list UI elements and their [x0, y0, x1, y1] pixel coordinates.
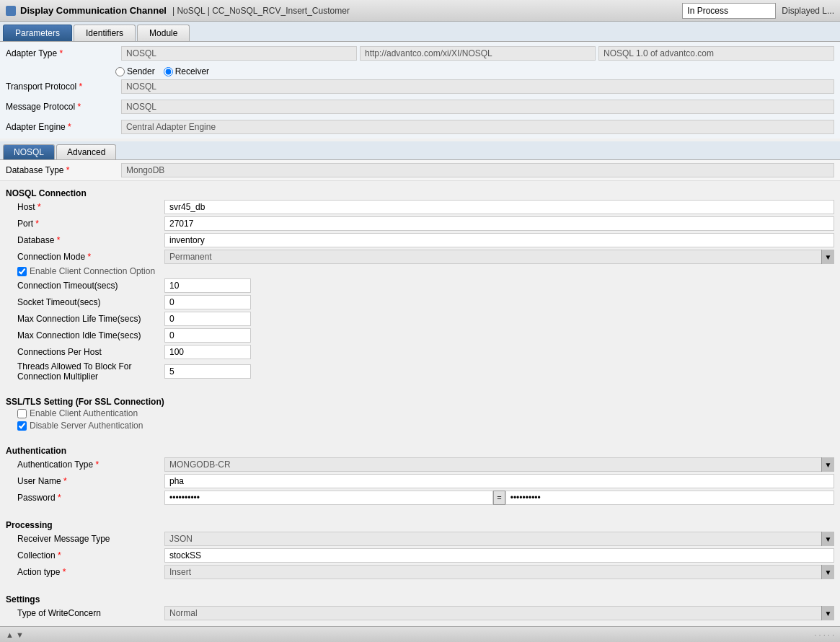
connections-per-host-row: Connections Per Host	[6, 345, 834, 359]
status-input[interactable]	[682, 3, 776, 19]
socket-timeout-label: Socket Timeout(secs)	[6, 297, 164, 307]
enable-client-connection-label: Enable Client Connection Option	[30, 266, 155, 276]
adapter-engine-label: Adapter Engine *	[6, 122, 121, 132]
write-concern-value: Normal	[164, 606, 834, 620]
bottom-bar-text: ▲ ▼	[6, 630, 24, 639]
spacer4	[6, 581, 834, 590]
action-type-arrow[interactable]: ▼	[821, 565, 834, 579]
nosql-content: NOSQL Connection Host * Port * Database …	[0, 181, 840, 642]
action-type-row: Action type * Insert ▼	[6, 565, 834, 579]
threads-allowed-label: Threads Allowed To Block For Connection …	[6, 361, 164, 382]
password-input[interactable]	[164, 491, 493, 505]
socket-timeout-row: Socket Timeout(secs)	[6, 295, 834, 309]
max-connection-life-row: Max Connection Life Time(secs)	[6, 312, 834, 326]
transport-protocol-label: Transport Protocol *	[6, 82, 121, 92]
nosql-connection-header: NOSQL Connection	[6, 184, 834, 200]
adapter-type-value1: NOSQL	[121, 46, 357, 61]
adapter-engine-row: Adapter Engine * Central Adapter Engine	[0, 118, 840, 138]
database-type-row: Database Type * MongoDB	[0, 160, 840, 181]
receiver-radio-item[interactable]: Receiver	[164, 66, 209, 76]
receiver-message-type-value: JSON	[164, 532, 834, 546]
channel-icon	[6, 6, 16, 16]
auth-type-label: Authentication Type *	[6, 459, 164, 470]
write-concern-arrow[interactable]: ▼	[821, 606, 834, 620]
receiver-radio[interactable]	[164, 67, 173, 76]
connection-mode-label: Connection Mode *	[6, 252, 164, 262]
eq-button[interactable]: =	[493, 491, 505, 505]
host-input[interactable]	[164, 200, 834, 214]
collection-row: Collection *	[6, 548, 834, 563]
tab-identifiers[interactable]: Identifiers	[74, 25, 136, 41]
collection-input[interactable]	[164, 548, 834, 563]
write-concern-label: Type of WriteConcern	[6, 608, 164, 618]
adapter-engine-value: Central Adapter Engine	[121, 120, 834, 134]
receiver-label: Receiver	[175, 66, 209, 76]
receiver-message-type-wrapper: JSON ▼	[164, 532, 834, 546]
database-label: Database *	[6, 235, 164, 245]
inner-tabs-bar: NOSQL Advanced	[0, 141, 840, 160]
threads-allowed-row: Threads Allowed To Block For Connection …	[6, 361, 834, 382]
header-channel-name: | NoSQL | CC_NoSQL_RCV_Insert_Customer	[172, 6, 350, 16]
connections-per-host-input[interactable]	[164, 345, 251, 359]
disable-server-auth-row: Disable Server Authentication	[6, 421, 834, 431]
nosql-content-area: NOSQL Connection Host * Port * Database …	[0, 181, 840, 642]
tab-module[interactable]: Module	[137, 25, 190, 41]
parameters-section: Adapter Type * NOSQL http://advantco.com…	[0, 42, 840, 138]
inner-tab-advanced[interactable]: Advanced	[56, 144, 116, 159]
spacer2	[6, 433, 834, 441]
tab-parameters[interactable]: Parameters	[3, 25, 72, 41]
displayed-label: Displayed L...	[782, 6, 834, 16]
max-connection-idle-row: Max Connection Idle Time(secs)	[6, 328, 834, 343]
connections-per-host-label: Connections Per Host	[6, 347, 164, 357]
header-bar: Display Communication Channel | NoSQL | …	[0, 0, 840, 22]
settings-header: Settings	[6, 590, 834, 606]
adapter-type-values: NOSQL http://advantco.com/xi/XI/NOSQL NO…	[121, 46, 834, 61]
page-title: Display Communication Channel	[20, 5, 167, 16]
username-input[interactable]	[164, 474, 834, 488]
message-protocol-value: NOSQL	[121, 100, 834, 114]
adapter-type-label: Adapter Type *	[6, 48, 121, 58]
connection-mode-value: Permanent	[164, 250, 834, 264]
spacer3	[6, 507, 834, 516]
host-label: Host *	[6, 202, 164, 212]
receiver-message-type-arrow[interactable]: ▼	[821, 532, 834, 546]
threads-allowed-input[interactable]	[164, 364, 251, 379]
adapter-type-row: Adapter Type * NOSQL http://advantco.com…	[0, 42, 840, 62]
bottom-bar-dots: · · · · ·	[814, 630, 834, 639]
connection-timeout-label: Connection Timeout(secs)	[6, 281, 164, 291]
connection-timeout-input[interactable]	[164, 278, 251, 293]
database-input[interactable]	[164, 233, 834, 247]
sender-radio-item[interactable]: Sender	[115, 66, 155, 76]
max-connection-idle-input[interactable]	[164, 328, 251, 343]
disable-server-auth-checkbox[interactable]	[17, 421, 27, 431]
bottom-bar: ▲ ▼ · · · · ·	[0, 626, 840, 642]
write-concern-wrapper: Normal ▼	[164, 606, 834, 620]
connection-mode-arrow[interactable]: ▼	[821, 250, 834, 264]
spacer1	[6, 384, 834, 392]
max-connection-life-label: Max Connection Life Time(secs)	[6, 314, 164, 324]
auth-type-arrow[interactable]: ▼	[821, 457, 834, 472]
action-type-wrapper: Insert ▼	[164, 565, 834, 579]
password-row: Password * =	[6, 491, 834, 505]
database-row: Database *	[6, 233, 834, 247]
processing-header: Processing	[6, 516, 834, 532]
auth-type-value: MONGODB-CR	[164, 457, 834, 472]
socket-timeout-input[interactable]	[164, 295, 251, 309]
enable-client-connection-checkbox[interactable]	[17, 267, 27, 276]
password-confirm-input[interactable]	[505, 491, 834, 505]
sender-label: Sender	[127, 66, 155, 76]
port-input[interactable]	[164, 216, 834, 231]
action-type-label: Action type *	[6, 567, 164, 577]
inner-tab-nosql[interactable]: NOSQL	[3, 144, 55, 159]
enable-client-auth-checkbox[interactable]	[17, 409, 27, 418]
sender-radio[interactable]	[115, 67, 125, 76]
connection-timeout-row: Connection Timeout(secs)	[6, 278, 834, 293]
transport-protocol-value: NOSQL	[121, 79, 834, 94]
max-connection-idle-label: Max Connection Idle Time(secs)	[6, 330, 164, 340]
transport-protocol-row: Transport Protocol * NOSQL	[0, 78, 840, 95]
username-row: User Name *	[6, 474, 834, 488]
write-concern-row: Type of WriteConcern Normal ▼	[6, 606, 834, 620]
connection-mode-row: Connection Mode * Permanent ▼	[6, 250, 834, 264]
action-type-value: Insert	[164, 565, 834, 579]
max-connection-life-input[interactable]	[164, 312, 251, 326]
